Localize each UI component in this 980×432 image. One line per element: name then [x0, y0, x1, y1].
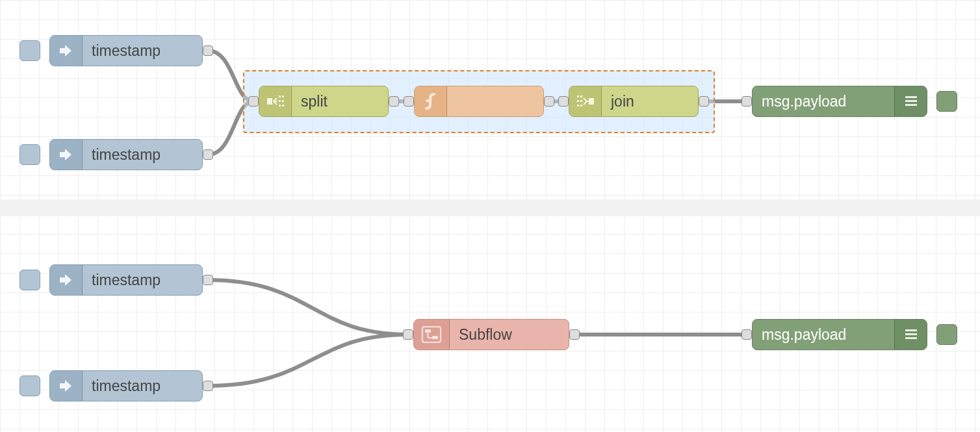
svg-rect-13: [589, 98, 594, 105]
wire-inject4-subflow: [208, 335, 408, 386]
debug-icon: [894, 320, 927, 349]
node-function[interactable]: [414, 86, 544, 117]
subflow-icon: [414, 320, 450, 349]
svg-rect-7: [577, 95, 579, 97]
svg-rect-21: [905, 333, 917, 335]
output-port[interactable]: [544, 96, 554, 107]
input-port[interactable]: [403, 329, 413, 340]
node-join[interactable]: join: [569, 86, 699, 117]
inject-button-2[interactable]: [19, 144, 40, 165]
svg-rect-17: [422, 327, 441, 342]
wire-inject2-split: [208, 101, 253, 155]
svg-rect-0: [267, 98, 272, 105]
svg-rect-10: [580, 100, 582, 102]
debug-toggle-button-1[interactable]: [936, 91, 957, 112]
output-port[interactable]: [389, 96, 399, 107]
inject-icon: [50, 36, 83, 66]
inject-button-4[interactable]: [19, 375, 40, 396]
input-port[interactable]: [741, 329, 752, 340]
output-port[interactable]: [569, 329, 580, 340]
node-inject-2[interactable]: timestamp: [49, 139, 203, 170]
input-port[interactable]: [404, 96, 414, 107]
svg-rect-15: [905, 100, 917, 102]
node-label: timestamp: [83, 371, 202, 401]
flow-canvas[interactable]: timestamp timestamp split: [0, 0, 980, 432]
svg-rect-12: [580, 105, 582, 107]
output-port[interactable]: [699, 96, 709, 107]
svg-rect-3: [279, 100, 281, 102]
debug-icon: [894, 86, 927, 116]
svg-rect-1: [279, 95, 281, 97]
wire-inject3-subflow: [208, 280, 408, 335]
node-inject-1[interactable]: timestamp: [49, 35, 203, 66]
svg-rect-19: [432, 336, 438, 339]
svg-rect-20: [905, 329, 917, 331]
join-icon: [569, 86, 602, 116]
split-icon: [259, 86, 292, 116]
node-inject-3[interactable]: timestamp: [49, 264, 203, 296]
inject-icon: [50, 265, 83, 295]
svg-rect-11: [577, 105, 579, 107]
svg-rect-6: [282, 105, 284, 107]
node-label: split: [292, 86, 388, 116]
node-label: join: [602, 86, 698, 116]
node-label: timestamp: [83, 140, 202, 170]
svg-rect-9: [577, 100, 579, 102]
output-port[interactable]: [203, 381, 213, 391]
wire-inject1-split: [208, 51, 253, 101]
svg-rect-8: [580, 95, 582, 97]
output-port[interactable]: [203, 149, 213, 160]
svg-rect-5: [279, 105, 281, 107]
svg-rect-16: [905, 104, 917, 106]
node-label: msg.payload: [753, 320, 894, 349]
node-subflow[interactable]: Subflow: [413, 319, 569, 350]
input-port[interactable]: [248, 96, 259, 107]
svg-rect-2: [282, 95, 284, 97]
inject-button-3[interactable]: [19, 270, 40, 290]
node-split[interactable]: split: [259, 86, 389, 117]
node-label: [447, 86, 543, 116]
node-label: timestamp: [83, 265, 202, 295]
svg-rect-14: [905, 96, 917, 98]
canvas-divider: [0, 199, 980, 216]
svg-rect-22: [905, 337, 917, 339]
node-inject-4[interactable]: timestamp: [49, 370, 203, 401]
node-label: timestamp: [83, 36, 202, 66]
inject-icon: [50, 140, 83, 170]
output-port[interactable]: [203, 275, 213, 285]
svg-rect-4: [282, 100, 284, 102]
node-label: msg.payload: [753, 86, 894, 116]
function-icon: [415, 86, 447, 116]
svg-rect-18: [425, 329, 431, 333]
inject-icon: [50, 371, 83, 401]
node-label: Subflow: [450, 320, 569, 349]
node-debug-1[interactable]: msg.payload: [752, 86, 927, 117]
debug-toggle-button-2[interactable]: [936, 324, 957, 345]
input-port[interactable]: [558, 96, 569, 107]
node-debug-2[interactable]: msg.payload: [752, 319, 927, 350]
input-port[interactable]: [741, 96, 752, 107]
inject-button-1[interactable]: [19, 40, 40, 61]
output-port[interactable]: [203, 45, 213, 56]
